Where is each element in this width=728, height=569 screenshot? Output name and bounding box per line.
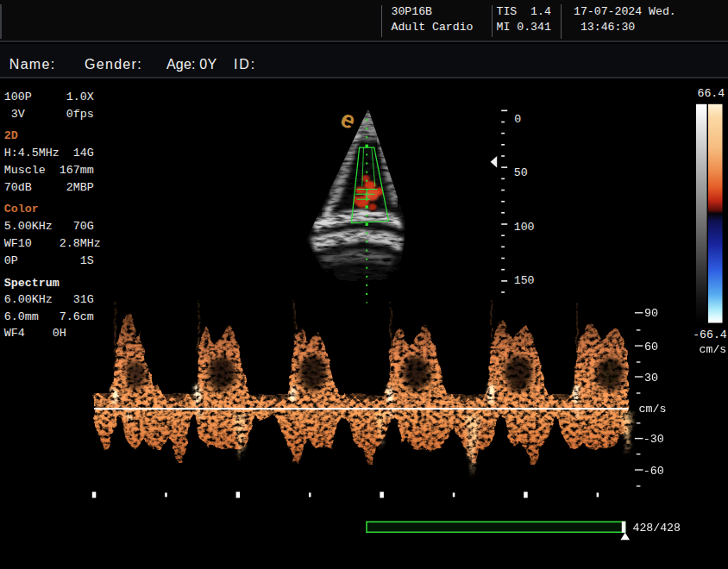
svg-text:e: e xyxy=(336,104,360,134)
